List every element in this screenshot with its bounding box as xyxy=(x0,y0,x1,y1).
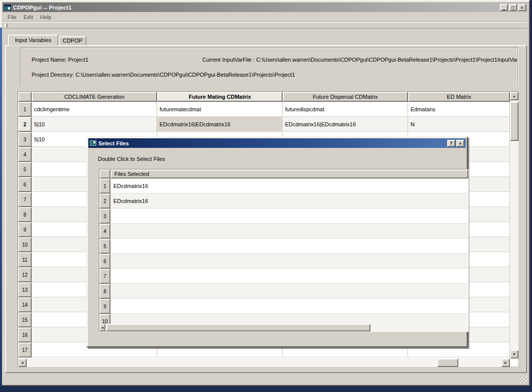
table-cell[interactable]: futuredispcdmat xyxy=(283,102,408,117)
dialog-instruction-label: Double Click to Select Files xyxy=(98,156,165,162)
dialog-scrollbar-thumb[interactable] xyxy=(106,324,370,331)
list-cell[interactable] xyxy=(110,224,468,239)
row-header[interactable]: 11 xyxy=(18,252,32,267)
row-header[interactable]: 15 xyxy=(18,312,32,327)
list-corner-cell xyxy=(99,169,110,178)
row-header[interactable]: 3 xyxy=(18,132,32,147)
scroll-down-icon[interactable]: ▼ xyxy=(510,350,518,358)
menu-file[interactable]: File xyxy=(6,13,21,21)
row-header[interactable]: 2 xyxy=(18,117,32,132)
files-selected-list: Files Selected 1EDcdmatrix162EDcdmatrix1… xyxy=(99,169,469,332)
background-window-edge xyxy=(0,28,2,386)
maximize-button[interactable]: □ xyxy=(509,4,517,11)
row-header[interactable]: 14 xyxy=(18,297,32,312)
window-title: CDPOPgui -- Project1 xyxy=(13,5,71,11)
table-row: 25|10EDcdmatrix16|EDcdmatrix16EDcdmatrix… xyxy=(18,117,510,132)
list-row-header[interactable]: 8 xyxy=(99,284,110,299)
list-cell[interactable] xyxy=(110,239,468,254)
list-row-header[interactable]: 5 xyxy=(99,239,110,254)
table-cell[interactable]: 5|10 xyxy=(32,117,157,132)
scroll-left-icon[interactable]: ◄ xyxy=(18,358,27,367)
list-cell[interactable] xyxy=(110,314,468,324)
dialog-close-button[interactable]: ✕ xyxy=(456,140,464,147)
select-files-dialog: Select Files ? ✕ Double Click to Select … xyxy=(86,136,468,347)
row-header[interactable]: 1 xyxy=(18,102,32,117)
column-header[interactable]: CDCLIMATE Generation xyxy=(32,92,157,102)
row-header[interactable]: 13 xyxy=(18,282,32,297)
menu-edit[interactable]: Edit xyxy=(22,13,37,21)
tab-cdpop[interactable]: CDPOP xyxy=(59,36,86,46)
list-row-header[interactable]: 3 xyxy=(99,209,110,224)
table-header-row: CDCLIMATE GenerationFuture Mating CDMatr… xyxy=(18,92,510,102)
minimize-button[interactable]: _ xyxy=(500,4,508,11)
column-header[interactable]: Future Dispersal CDMatrix xyxy=(283,92,408,102)
tab-input-variables[interactable]: Input Variables xyxy=(8,35,58,46)
list-row: 4 xyxy=(99,224,468,239)
project-info-box: Project Name: Project1 Current InputVarF… xyxy=(20,47,518,86)
scroll-right-icon[interactable]: ► xyxy=(501,358,510,367)
list-cell[interactable] xyxy=(110,299,468,314)
column-header[interactable]: Future Mating CDMatrix xyxy=(157,92,283,102)
row-header[interactable]: 9 xyxy=(18,222,32,237)
list-cell[interactable] xyxy=(110,284,468,299)
row-header[interactable]: 4 xyxy=(18,147,32,162)
row-header[interactable]: 7 xyxy=(18,192,32,207)
resize-grip-icon[interactable] xyxy=(520,376,527,383)
dialog-title: Select Files xyxy=(98,140,129,146)
row-header[interactable]: 10 xyxy=(18,237,32,252)
project-directory-label: Project Directory: C:\Users\allen.warren… xyxy=(32,72,295,78)
vertical-scrollbar[interactable]: ▲ ▼ xyxy=(510,92,518,358)
vertical-scrollbar-thumb[interactable] xyxy=(510,102,518,141)
list-row: 10 xyxy=(99,314,468,324)
horizontal-scrollbar-thumb[interactable] xyxy=(437,358,458,367)
list-row-header[interactable]: 6 xyxy=(99,254,110,269)
list-row-header[interactable]: 2 xyxy=(99,193,110,209)
list-row: 3 xyxy=(99,209,468,224)
list-cell[interactable]: EDcdmatrix16 xyxy=(110,193,468,209)
list-row: 5 xyxy=(99,239,468,254)
row-header[interactable]: 8 xyxy=(18,207,32,222)
list-row-header[interactable]: 7 xyxy=(99,269,110,284)
list-cell[interactable] xyxy=(110,269,468,284)
list-row-header[interactable]: 1 xyxy=(99,178,110,193)
table-row: 1cdclimgentimefuturematecdmatfuturedispc… xyxy=(18,102,510,117)
scroll-up-icon[interactable]: ▲ xyxy=(510,92,518,100)
list-row: 9 xyxy=(99,299,468,314)
list-body: 1EDcdmatrix162EDcdmatrix16345678910 xyxy=(99,178,468,324)
list-row: 8 xyxy=(99,284,468,299)
horizontal-scrollbar[interactable]: ◄ ► xyxy=(18,358,510,367)
table-corner-cell xyxy=(18,92,32,102)
table-cell[interactable]: EDcdmatrix16|EDcdmatrix16 xyxy=(283,117,408,132)
table-cell[interactable]: EDcdmatrix16|EDcdmatrix16 xyxy=(157,117,283,132)
list-row-header[interactable]: 10 xyxy=(99,314,110,324)
row-header[interactable]: 6 xyxy=(18,177,32,192)
dialog-scroll-left-icon[interactable]: ◄ xyxy=(99,324,105,331)
list-cell[interactable] xyxy=(110,209,468,224)
table-cell[interactable]: cdclimgentime xyxy=(32,102,157,117)
row-header[interactable]: 12 xyxy=(18,267,32,282)
project-name-label: Project Name: Project1 xyxy=(32,57,88,63)
toolbar-grip-icon[interactable] xyxy=(5,24,8,28)
list-row: 1EDcdmatrix16 xyxy=(99,178,468,193)
table-cell[interactable]: Edmatans xyxy=(408,102,510,117)
list-cell[interactable] xyxy=(110,254,468,269)
main-titlebar[interactable]: CDPOPgui -- Project1 _ □ ✕ xyxy=(3,3,527,12)
horizontal-scrollbar-track[interactable] xyxy=(18,358,510,367)
menu-help[interactable]: Help xyxy=(38,13,56,21)
table-cell[interactable]: futurematecdmat xyxy=(157,102,283,117)
row-header[interactable]: 5 xyxy=(18,162,32,177)
input-var-file-label: Current InputVarFile : C:\Users\allen.wa… xyxy=(202,57,517,63)
table-cell[interactable]: N xyxy=(408,117,510,132)
list-row: 2EDcdmatrix16 xyxy=(99,193,468,209)
dialog-titlebar[interactable]: Select Files ? ✕ xyxy=(88,138,466,148)
column-header[interactable]: ED Matrix xyxy=(408,92,510,102)
dialog-horizontal-scrollbar[interactable]: ◄ xyxy=(99,324,468,331)
list-row-header[interactable]: 4 xyxy=(99,224,110,239)
list-header-row: Files Selected xyxy=(99,169,468,178)
close-button[interactable]: ✕ xyxy=(518,4,526,11)
list-cell[interactable]: EDcdmatrix16 xyxy=(110,178,468,193)
list-row-header[interactable]: 9 xyxy=(99,299,110,314)
dialog-help-button[interactable]: ? xyxy=(447,140,455,147)
row-header[interactable]: 16 xyxy=(18,327,32,342)
row-header[interactable]: 17 xyxy=(18,342,32,357)
